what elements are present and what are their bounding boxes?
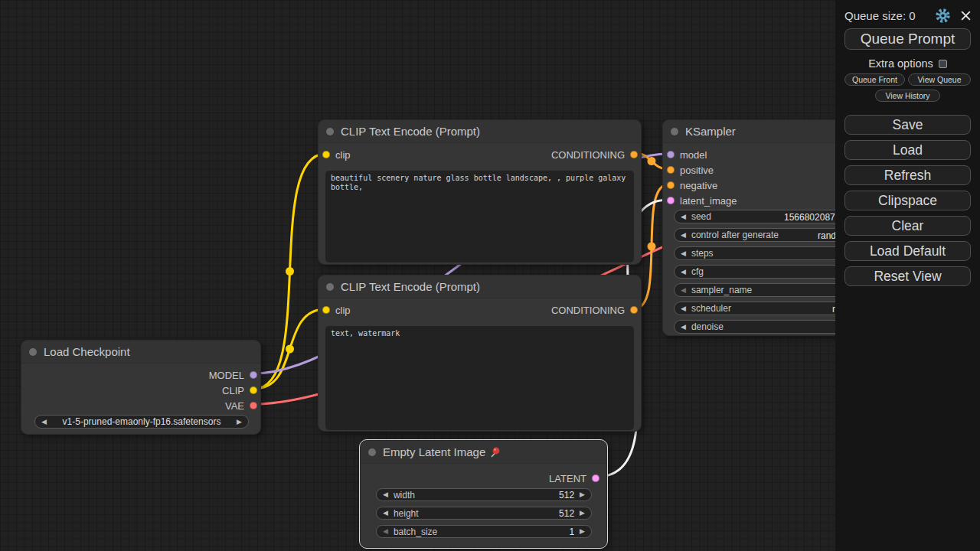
collapse-dot-icon[interactable]	[29, 348, 37, 356]
node-clip-text-encode-negative[interactable]: CLIP Text Encode (Prompt) clip CONDITION…	[318, 275, 642, 432]
batch-size-widget[interactable]: ◀ batch_size 1 ▶	[376, 525, 592, 538]
widget-label: batch_size	[394, 527, 437, 537]
input-port-latent-image[interactable]: latent_image	[667, 195, 737, 206]
output-port-conditioning[interactable]: CONDITIONING	[551, 305, 638, 315]
prompt-textarea[interactable]: text, watermark	[325, 326, 634, 430]
node-title: Empty Latent Image	[383, 445, 485, 458]
prev-arrow-icon[interactable]: ◀	[681, 269, 686, 276]
collapse-dot-icon[interactable]	[368, 448, 376, 456]
extra-options-label: Extra options	[868, 57, 933, 70]
port-dot-latent[interactable]	[592, 474, 599, 482]
port-label: clip	[335, 305, 351, 316]
prev-arrow-icon[interactable]: ◀	[681, 287, 686, 294]
widget-label: height	[394, 508, 419, 519]
widget-value: 1566802087	[784, 212, 835, 223]
queue-size-label: Queue size: 0	[844, 9, 926, 22]
output-port-model[interactable]: MODEL	[209, 370, 257, 380]
port-dot-conditioning[interactable]	[667, 166, 675, 174]
port-dot-model[interactable]	[667, 151, 675, 158]
prev-arrow-icon[interactable]: ◀	[383, 528, 388, 535]
widget-label: denoise	[691, 321, 724, 332]
clear-button[interactable]: Clear	[844, 216, 971, 236]
input-port-model[interactable]: model	[667, 149, 707, 160]
port-label: CLIP	[222, 385, 244, 396]
output-port-vae[interactable]: VAE	[225, 400, 257, 411]
input-port-negative[interactable]: negative	[667, 180, 717, 191]
port-dot-vae[interactable]	[250, 402, 257, 409]
close-icon[interactable]	[960, 10, 972, 21]
node-title-bar[interactable]: Load Checkpoint	[21, 341, 260, 364]
port-dot-clip[interactable]	[322, 151, 330, 158]
port-dot-conditioning[interactable]	[630, 306, 638, 314]
port-label: positive	[680, 165, 714, 176]
port-label: MODEL	[209, 370, 244, 381]
load-default-button[interactable]: Load Default	[844, 241, 971, 261]
port-dot-conditioning[interactable]	[667, 181, 675, 189]
widget-label: scheduler	[691, 303, 731, 314]
node-title-bar[interactable]: Empty Latent Image	[361, 441, 606, 464]
collapse-dot-icon[interactable]	[326, 283, 334, 291]
node-title-bar[interactable]: CLIP Text Encode (Prompt)	[318, 120, 641, 143]
widget-label: cfg	[691, 266, 704, 277]
input-port-positive[interactable]: positive	[667, 165, 714, 175]
port-dot-latent[interactable]	[667, 197, 675, 204]
port-label: negative	[680, 180, 717, 191]
output-port-latent[interactable]: LATENT	[549, 473, 599, 484]
widget-value: 512	[559, 490, 574, 500]
node-clip-text-encode-positive[interactable]: CLIP Text Encode (Prompt) clip CONDITION…	[318, 119, 642, 265]
port-label: clip	[335, 149, 351, 161]
reset-view-button[interactable]: Reset View	[844, 266, 971, 286]
port-dot-model[interactable]	[250, 371, 257, 379]
next-arrow-icon[interactable]: ▶	[580, 491, 585, 498]
widget-label: seed	[691, 211, 711, 222]
port-dot-clip[interactable]	[322, 306, 330, 314]
widget-label: width	[394, 490, 415, 500]
refresh-button[interactable]: Refresh	[844, 165, 971, 185]
node-title: CLIP Text Encode (Prompt)	[341, 280, 480, 293]
prev-arrow-icon[interactable]: ◀	[383, 491, 388, 498]
view-history-button[interactable]: View History	[875, 90, 940, 102]
clipspace-button[interactable]: Clipspace	[844, 191, 971, 210]
settings-gear-icon[interactable]	[935, 8, 951, 24]
prev-arrow-icon[interactable]: ◀	[681, 305, 686, 312]
port-dot-clip[interactable]	[250, 386, 257, 394]
widget-label: sampler_name	[691, 285, 752, 295]
port-dot-conditioning[interactable]	[630, 151, 638, 158]
node-empty-latent-image[interactable]: Empty Latent Image LATENT ◀ width 512 ▶ …	[360, 440, 607, 548]
prompt-textarea[interactable]: beautiful scenery nature glass bottle la…	[325, 171, 634, 262]
widget-value: 1	[569, 527, 574, 537]
menu-panel: Queue size: 0 Queue Prompt Extra options…	[835, 0, 980, 551]
collapse-dot-icon[interactable]	[671, 128, 678, 135]
prev-arrow-icon[interactable]: ◀	[681, 232, 686, 239]
next-arrow-icon[interactable]: ▶	[580, 528, 585, 535]
prev-arrow-icon[interactable]: ◀	[681, 324, 686, 331]
extra-options-checkbox[interactable]	[939, 60, 947, 68]
queue-front-button[interactable]: Queue Front	[844, 73, 905, 86]
node-title-bar[interactable]: CLIP Text Encode (Prompt)	[318, 276, 641, 298]
prev-arrow-icon[interactable]: ◀	[41, 419, 47, 425]
ckpt-name-widget[interactable]: ◀ v1-5-pruned-emaonly-fp16.safetensors ▶	[34, 415, 249, 429]
ckpt-name-value: v1-5-pruned-emaonly-fp16.safetensors	[52, 416, 231, 427]
prev-arrow-icon[interactable]: ◀	[681, 250, 686, 257]
view-queue-button[interactable]: View Queue	[908, 73, 971, 86]
port-label: CONDITIONING	[551, 305, 625, 316]
input-port-clip[interactable]: clip	[322, 149, 351, 160]
input-port-clip[interactable]: clip	[322, 305, 351, 315]
widget-label: steps	[691, 248, 714, 259]
port-label: latent_image	[680, 195, 737, 207]
height-widget[interactable]: ◀ height 512 ▶	[376, 507, 592, 520]
queue-prompt-button[interactable]: Queue Prompt	[844, 28, 971, 50]
output-port-clip[interactable]: CLIP	[222, 385, 257, 396]
collapse-dot-icon[interactable]	[326, 128, 334, 135]
save-button[interactable]: Save	[844, 115, 971, 135]
next-arrow-icon[interactable]: ▶	[237, 419, 242, 425]
widget-value: 512	[559, 508, 574, 519]
output-port-conditioning[interactable]: CONDITIONING	[551, 149, 638, 160]
load-button[interactable]: Load	[844, 140, 971, 160]
widget-label: control after generate	[691, 230, 779, 240]
width-widget[interactable]: ◀ width 512 ▶	[376, 488, 592, 501]
next-arrow-icon[interactable]: ▶	[580, 510, 585, 517]
prev-arrow-icon[interactable]: ◀	[681, 214, 686, 220]
node-load-checkpoint[interactable]: Load Checkpoint MODEL CLIP VAE ◀ v1-5-pr…	[21, 340, 261, 435]
prev-arrow-icon[interactable]: ◀	[383, 510, 388, 517]
